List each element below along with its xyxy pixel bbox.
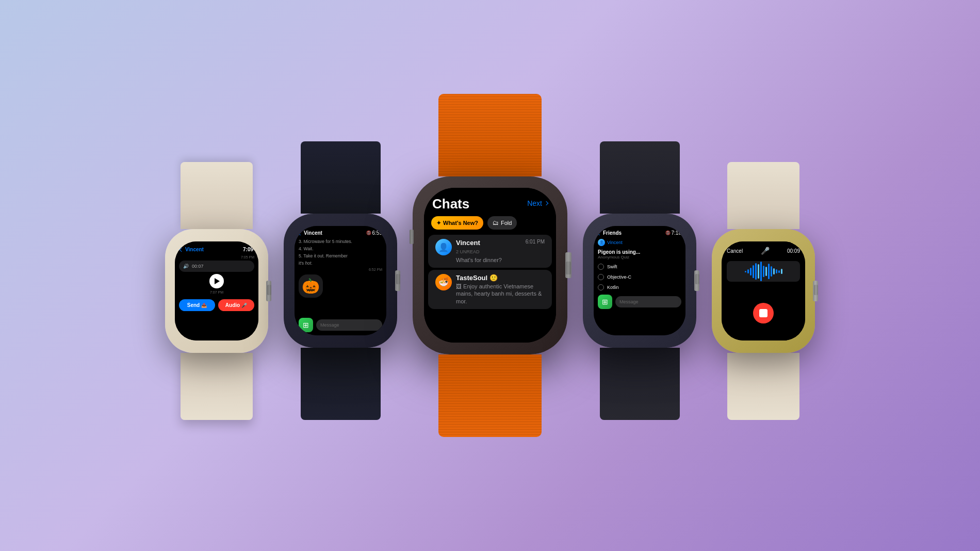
w5-cancel-button[interactable]: Cancel bbox=[727, 248, 743, 254]
w1-back-button[interactable]: Vincent bbox=[180, 247, 204, 252]
w1-audio-button[interactable]: Audio 🎤 bbox=[218, 299, 254, 311]
w4-radio-1[interactable] bbox=[598, 264, 604, 270]
w4-option-text-1: Swift bbox=[607, 264, 617, 269]
w5-waveform bbox=[727, 261, 800, 282]
w5-record-area bbox=[722, 286, 805, 341]
w1-timestamp-top: 7:05 PM bbox=[179, 255, 254, 259]
notification-icon-2: 📵 bbox=[366, 231, 371, 235]
w4-bottom-bar: ⊞ Message bbox=[594, 293, 685, 312]
w3-next-button[interactable]: Next bbox=[527, 199, 548, 207]
w3-header: Chats Next bbox=[424, 188, 556, 216]
chevron-right-icon bbox=[544, 201, 548, 205]
side-button-2[interactable] bbox=[396, 274, 400, 284]
stop-icon bbox=[759, 309, 767, 317]
w4-contact: Vincent bbox=[607, 240, 623, 245]
band-top-5 bbox=[727, 162, 799, 229]
w1-duration: 00:07 bbox=[192, 264, 204, 269]
folder-icon: 🗂 bbox=[493, 219, 499, 226]
w3-title: Chats bbox=[432, 196, 527, 212]
speaker-icon: 🔊 bbox=[183, 264, 189, 269]
w3-chat-item-1[interactable]: 👤 Vincent 2 UNREAD What's for dinner? 6:… bbox=[428, 235, 552, 268]
chevron-left-icon-4 bbox=[597, 231, 601, 235]
watch-3-ultra: Chats Next ✦ What's New? 🗂 bbox=[413, 94, 567, 437]
watch-screen-2: Vincent 📵 6:59 3. Microwave for 5 minute… bbox=[295, 226, 386, 335]
w4-time: 7:18 bbox=[672, 230, 681, 236]
action-button-3[interactable] bbox=[410, 230, 414, 244]
w4-poll-title: Pigeon is using... bbox=[598, 249, 681, 255]
watch-case-1: Vincent 7:09 7:05 PM 🔊 00:07 bbox=[165, 229, 268, 353]
screen-content-2: Vincent 📵 6:59 3. Microwave for 5 minute… bbox=[295, 226, 386, 335]
w4-option-2[interactable]: Objective-C bbox=[594, 272, 685, 282]
band-bottom-1 bbox=[181, 353, 253, 420]
side-button-3[interactable] bbox=[566, 262, 571, 274]
w4-avatar: 👤 bbox=[598, 239, 605, 246]
w2-app-icon[interactable]: ⊞ bbox=[299, 318, 313, 332]
wave-bar bbox=[778, 270, 780, 273]
watch-case-3: Chats Next ✦ What's New? 🗂 bbox=[413, 176, 567, 354]
w1-action-buttons: Send 📤 Audio 🎤 bbox=[175, 297, 258, 314]
wave-bar bbox=[747, 269, 749, 273]
wave-bar bbox=[745, 271, 746, 272]
w4-radio-3[interactable] bbox=[598, 284, 604, 290]
w2-sticker: 🎃 bbox=[299, 274, 323, 298]
folder-label: Fold bbox=[501, 220, 512, 226]
w3-tab-whats-new[interactable]: ✦ What's New? bbox=[431, 216, 483, 230]
w1-back-label: Vincent bbox=[185, 247, 204, 252]
w4-poll-subtitle: Anonymous Quiz bbox=[598, 255, 681, 260]
watch-screen-4: Friends 📵 7:18 👤 Vincent Pigeon is using… bbox=[594, 226, 685, 335]
band-texture-bottom bbox=[438, 354, 542, 437]
wave-bar bbox=[773, 268, 775, 274]
w3-chat-name-1: Vincent bbox=[456, 239, 521, 247]
w2-header: Vincent 📵 6:59 bbox=[295, 226, 386, 238]
w2-back-button[interactable] bbox=[299, 232, 303, 235]
w3-chat-info-1: Vincent 2 UNREAD What's for dinner? bbox=[456, 239, 521, 264]
side-button-4[interactable] bbox=[695, 274, 699, 284]
audio-label: Audio bbox=[225, 302, 240, 308]
w3-chat-preview-2: 🖼 Enjoy authentic Vietnamese mains, hear… bbox=[456, 283, 545, 305]
screen-content-5: Cancel 🎤 00:09 bbox=[722, 241, 805, 341]
w4-back-button[interactable] bbox=[598, 232, 602, 235]
watch-4: Friends 📵 7:18 👤 Vincent Pigeon is using… bbox=[583, 141, 696, 420]
screen-content-1: Vincent 7:09 7:05 PM 🔊 00:07 bbox=[175, 241, 258, 341]
side-button-5[interactable] bbox=[814, 285, 818, 295]
w4-radio-2[interactable] bbox=[598, 274, 604, 280]
next-label: Next bbox=[527, 199, 542, 207]
band-top-2 bbox=[301, 141, 381, 214]
send-icon: 📤 bbox=[201, 303, 207, 308]
watch-screen-5: Cancel 🎤 00:09 bbox=[722, 241, 805, 341]
w2-message-3: 5. Take it out. Remember bbox=[299, 253, 382, 260]
band-bottom-5 bbox=[727, 353, 799, 420]
star-icon: ✦ bbox=[436, 220, 441, 226]
wave-bar bbox=[753, 265, 754, 278]
w4-message-input[interactable]: Message bbox=[615, 296, 681, 307]
w1-header: Vincent 7:09 bbox=[175, 241, 258, 254]
w4-poll-info: Pigeon is using... Anonymous Quiz bbox=[594, 248, 685, 262]
w1-play-button[interactable] bbox=[209, 274, 224, 288]
w3-tab-folder[interactable]: 🗂 Fold bbox=[487, 216, 517, 230]
wave-bar bbox=[771, 266, 772, 277]
w3-chat-meta-1: 6:01 PM bbox=[526, 239, 545, 245]
w4-option-text-3: Kotlin bbox=[607, 285, 619, 290]
w3-chat-item-2[interactable]: 🍜 TasteSoul 🙂 🖼 Enjoy authentic Vietname… bbox=[428, 270, 552, 309]
w2-message-input[interactable]: Message bbox=[316, 319, 382, 331]
w3-chat-info-2: TasteSoul 🙂 🖼 Enjoy authentic Vietnamese… bbox=[456, 274, 545, 305]
whats-new-label: What's New? bbox=[443, 220, 478, 226]
w1-send-button[interactable]: Send 📤 bbox=[179, 299, 215, 311]
w3-chat-name-2: TasteSoul 🙂 bbox=[456, 274, 545, 282]
w5-stop-record-button[interactable] bbox=[753, 303, 774, 323]
wave-bar bbox=[755, 263, 757, 280]
w4-title: Friends bbox=[603, 230, 622, 236]
w4-contact-row: 👤 Vincent bbox=[594, 238, 685, 248]
w4-option-1[interactable]: Swift bbox=[594, 262, 685, 272]
w4-app-icon[interactable]: ⊞ bbox=[598, 295, 612, 309]
band-bottom-3 bbox=[438, 354, 542, 437]
chevron-left-icon-2 bbox=[298, 231, 302, 235]
w2-message-4: it's hot. bbox=[299, 261, 382, 267]
wave-bar bbox=[763, 266, 764, 277]
w4-input-placeholder: Message bbox=[619, 299, 639, 304]
side-button-1[interactable] bbox=[267, 285, 271, 295]
send-label: Send bbox=[187, 302, 200, 308]
w1-voice-area: 7:05 PM 🔊 00:07 7:07 PM bbox=[175, 254, 258, 297]
w4-option-3[interactable]: Kotlin bbox=[594, 282, 685, 293]
w2-timestamp: 6:52 PM bbox=[299, 268, 382, 271]
